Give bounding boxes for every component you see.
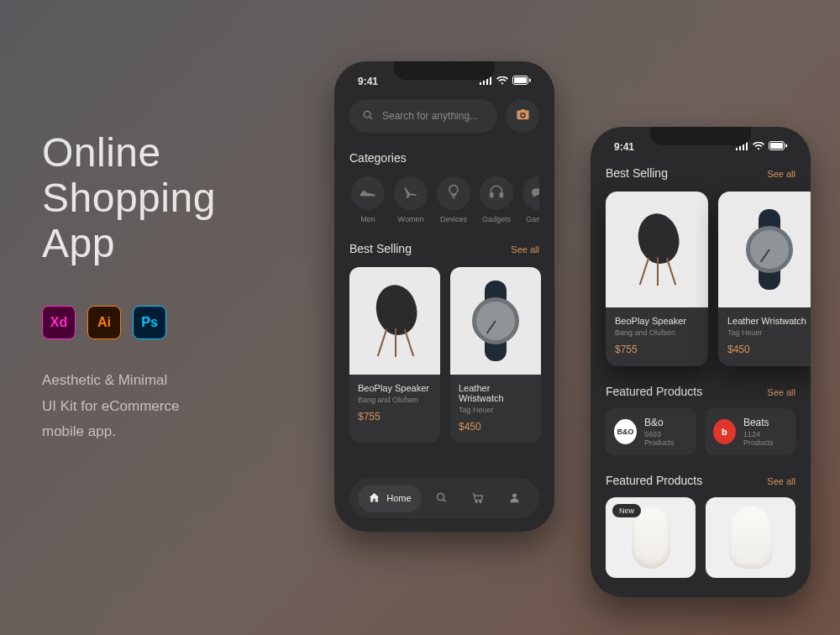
product-card-speaker[interactable]: BeoPlay Speaker Bang and Olufsen $755 [349,267,440,443]
nav-search[interactable] [425,485,458,512]
category-label: Gaming [521,215,539,223]
product-name: BeoPlay Speaker [615,316,699,326]
hero-tagline: Aesthetic & Minimal UI Kit for eCommerce… [42,368,294,445]
search-input[interactable]: Search for anything... [349,99,497,133]
categories-heading: Categories [349,151,539,165]
best-selling-list: BeoPlay Speaker Bang and Olufsen $755 Le… [606,192,795,366]
featured-brands-list: B&O B&o 5693 Products b Beats 1124 Produ… [606,408,795,455]
category-devices[interactable]: Devices [435,176,472,223]
product-name: Leather Wristwatch [459,383,533,403]
sneaker-icon [359,182,377,205]
category-gaming[interactable]: Gaming [521,176,539,223]
featured-products-heading: Featured Products [606,474,702,487]
product-brand: Tag Heuer [459,406,533,414]
category-label: Devices [435,215,472,223]
marketing-hero: Online Shopping App Xd Ai Ps Aesthetic &… [42,130,294,445]
battery-icon [769,141,787,153]
phone-notch [650,127,751,145]
category-women[interactable]: Women [392,176,429,223]
featured-product-card[interactable] [706,497,795,578]
brand-tile-bo[interactable]: B&O B&o 5693 Products [606,408,696,455]
product-image [349,267,440,375]
brand-tile-beats[interactable]: b Beats 1124 Products [705,408,795,455]
hero-title: Online Shopping App [42,130,294,265]
featured-product-card[interactable]: New [606,497,696,578]
product-price: $755 [358,411,432,422]
product-price: $450 [459,421,533,433]
category-label: Men [349,215,386,223]
product-name: BeoPlay Speaker [358,383,432,393]
brand-name: B&o [644,417,688,428]
hero-title-line: Shopping [42,176,216,220]
see-all-link[interactable]: See all [767,169,795,179]
heel-icon [402,183,419,204]
wifi-icon [753,141,764,153]
bottom-nav: Home [349,478,539,518]
nav-profile[interactable] [498,485,531,512]
product-image [729,506,773,569]
tagline-line: mobile app. [42,423,116,439]
tool-badges: Xd Ai Ps [42,306,294,339]
cart-icon [471,491,484,506]
category-label: Gadgets [478,215,515,223]
featured-products-heading: Featured Products [606,385,702,398]
category-gadgets[interactable]: Gadgets [478,176,515,223]
category-label: Women [392,215,429,223]
hero-title-line: App [42,221,115,265]
search-placeholder: Search for anything... [382,110,478,122]
svg-rect-14 [785,144,787,148]
phone-mockup-scroll: 9:41 Best Selling See all BeoPlay Speake… [591,127,811,597]
brand-count: 5693 Products [644,430,688,447]
product-card-watch[interactable]: Leather Wristwatch Tag Heuer $450 [450,267,541,443]
see-all-link[interactable]: See all [767,476,795,486]
category-men[interactable]: Men [349,176,386,223]
svg-rect-1 [514,77,527,83]
svg-point-11 [512,493,517,497]
see-all-link[interactable]: See all [767,387,795,397]
status-time: 9:41 [358,76,378,87]
nav-label: Home [386,493,411,503]
search-icon [435,491,448,506]
product-brand: Bang and Olufsen [358,396,432,404]
camera-search-button[interactable] [506,99,539,133]
adobe-xd-badge: Xd [42,306,76,339]
adobe-photoshop-badge: Ps [133,306,166,339]
nav-cart[interactable] [461,485,494,512]
best-selling-heading: Best Selling [349,242,412,255]
bulb-icon [445,183,462,204]
svg-rect-5 [491,192,493,197]
search-icon [362,109,374,123]
featured-products-list: New [606,497,795,578]
best-selling-heading: Best Selling [606,166,668,180]
svg-rect-13 [770,143,783,149]
phone-mockup-home: 9:41 Search for anything... Categori [334,61,554,532]
adobe-illustrator-badge: Ai [87,306,121,339]
best-selling-list: BeoPlay Speaker Bang and Olufsen $755 Le… [349,267,539,443]
brand-logo-beats: b [713,419,736,444]
product-price: $755 [615,344,699,355]
svg-line-4 [370,116,372,118]
tagline-line: Aesthetic & Minimal [42,372,167,388]
camera-icon [516,108,530,125]
product-image [450,267,541,375]
nav-home[interactable]: Home [358,485,421,512]
brand-count: 1124 Products [743,430,787,447]
product-brand: Bang and Olufsen [615,328,699,337]
new-badge: New [612,504,641,517]
see-all-link[interactable]: See all [511,244,539,255]
hero-title-line: Online [42,130,161,175]
product-image [606,192,708,307]
product-brand: Tag Heuer [727,328,811,337]
svg-rect-2 [529,79,531,82]
tagline-line: UI Kit for eCommerce [42,398,179,414]
headphones-icon [488,183,505,204]
status-time: 9:41 [614,141,634,153]
brand-logo-bo: B&O [614,419,637,444]
svg-rect-6 [500,192,502,197]
product-card-speaker[interactable]: BeoPlay Speaker Bang and Olufsen $755 [606,192,708,366]
product-image [718,192,811,307]
battery-icon [512,76,531,87]
product-card-watch[interactable]: Leather Wristwatch Tag Heuer $450 [718,192,811,366]
svg-point-7 [437,493,444,500]
svg-point-9 [475,501,477,502]
